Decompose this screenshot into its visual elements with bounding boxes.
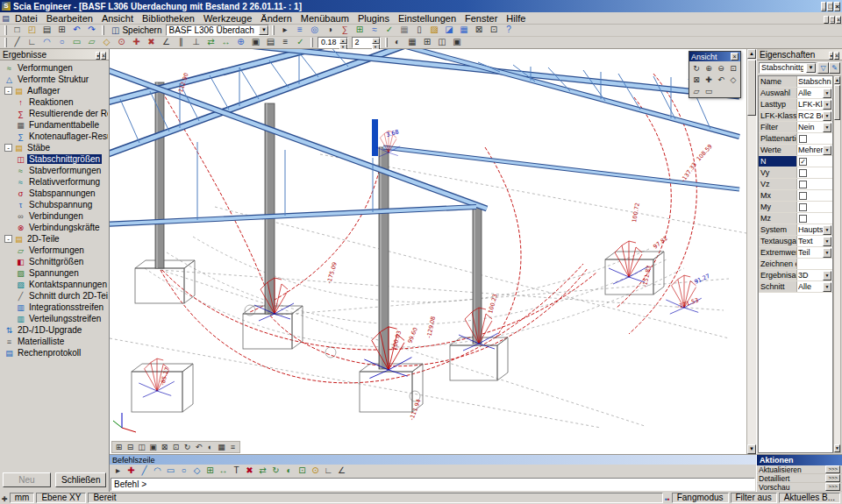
scroll-down-icon[interactable]: ▼: [834, 444, 840, 452]
menu-hilfe[interactable]: Hilfe: [502, 13, 530, 24]
menu-einstellungen[interactable]: Einstellungen: [394, 13, 460, 24]
selection-icon[interactable]: ▸: [277, 25, 292, 36]
close-panel-icon[interactable]: ×: [834, 52, 839, 60]
zoom-all-icon[interactable]: ⊠: [471, 25, 486, 36]
solid-view-icon[interactable]: ◫: [136, 442, 147, 453]
property-row-vz[interactable]: Vz: [759, 179, 832, 190]
mdi-close-button[interactable]: ×: [836, 16, 841, 24]
move-tool-icon[interactable]: ⇄: [203, 37, 218, 48]
scrollbar-thumb[interactable]: [834, 85, 840, 120]
property-row-lasttyp[interactable]: LasttypLFK-Klasse▼: [759, 99, 832, 110]
delete-icon[interactable]: ✖: [243, 465, 256, 477]
property-value[interactable]: Hauptsystem▼: [797, 224, 832, 235]
labels-toggle-icon[interactable]: ▣: [450, 37, 465, 48]
check-input-icon[interactable]: ✓: [293, 37, 308, 48]
pan-icon[interactable]: ✚: [703, 74, 715, 85]
property-value[interactable]: Text▼: [797, 236, 832, 246]
tree-item-verteilungsstreifen[interactable]: ▥Verteilungsstreifen: [2, 313, 108, 324]
property-label[interactable]: N: [759, 156, 797, 167]
toolbar-grip[interactable]: [272, 25, 275, 35]
checkbox-unchecked-icon[interactable]: [799, 215, 807, 223]
angle-tool-icon[interactable]: ∠: [159, 37, 174, 48]
property-row-vy[interactable]: Vy: [759, 167, 832, 179]
property-value[interactable]: ✓: [797, 156, 832, 167]
tree-item-relativverformung[interactable]: ≈Relativverformung: [2, 176, 108, 188]
property-row-auswahl[interactable]: AuswahlAlle▼: [759, 88, 832, 99]
chevron-down-icon[interactable]: ▼: [823, 146, 831, 155]
wireframe-icon[interactable]: ⊞: [113, 442, 125, 453]
property-row-mz[interactable]: Mz: [759, 213, 832, 224]
view-palette[interactable]: Ansicht × ↻⊕⊖⊡⊠✚↶◇▱▭: [689, 51, 741, 98]
layer-indicator-icon[interactable]: ▪: [667, 495, 670, 503]
measure-icon[interactable]: ∠: [335, 465, 348, 477]
chevron-down-icon[interactable]: ▼: [259, 25, 268, 35]
property-label[interactable]: Extremwerte: [759, 247, 797, 258]
property-value[interactable]: [797, 259, 832, 269]
property-label[interactable]: Auswahl: [759, 88, 797, 98]
toolbar-grip[interactable]: [310, 38, 313, 47]
checkbox-unchecked-icon[interactable]: [799, 135, 807, 143]
property-label[interactable]: LFK-Klasse: [759, 110, 797, 121]
checkbox-unchecked-icon[interactable]: [799, 169, 807, 177]
property-value[interactable]: Nein▼: [797, 122, 832, 132]
property-label[interactable]: Vy: [759, 167, 797, 178]
action-execute-button[interactable]: >>>: [825, 465, 840, 473]
scroll-up-icon[interactable]: ▲: [834, 76, 840, 84]
line-tool-icon[interactable]: ╱: [10, 37, 25, 48]
pin-icon[interactable]: ▪: [829, 52, 832, 60]
property-row-n[interactable]: N✓: [759, 156, 832, 167]
command-panel-title[interactable]: Befehlszeile: [110, 455, 756, 465]
action-execute-button[interactable]: >>>: [825, 474, 840, 482]
property-label[interactable]: Schnitt: [759, 281, 797, 292]
properties-panel-caption[interactable]: Eigenschaften ▪×: [757, 49, 842, 60]
mesh-icon[interactable]: ⊞: [352, 25, 367, 36]
status-cell-aktuelles-b[interactable]: Aktuelles B...: [779, 493, 840, 503]
scale-spinner[interactable]: 0.18 ▲▼: [318, 37, 348, 48]
concrete-icon[interactable]: ▦: [396, 25, 411, 36]
tree-item-verformungen[interactable]: ▱Verformungen: [2, 245, 108, 256]
property-value[interactable]: 3D▼: [797, 270, 832, 280]
activity-icon[interactable]: ◎: [307, 25, 322, 36]
property-row-zeichnen-ein[interactable]: Zeichnen ein...: [759, 259, 832, 270]
tree-item-spannungen[interactable]: ▨Spannungen: [2, 267, 108, 279]
tree-item-materialliste[interactable]: ≡Materialliste: [2, 336, 108, 347]
property-label[interactable]: Werte: [759, 145, 797, 155]
perspective-icon[interactable]: ◇: [727, 74, 739, 85]
insert-tool-icon[interactable]: ⊕: [233, 37, 248, 48]
checkbox-checked-icon[interactable]: ✓: [799, 158, 807, 166]
line-icon[interactable]: ╱: [138, 465, 151, 477]
properties-combo[interactable]: Stabschnittgrö ▼: [759, 62, 817, 74]
property-row-textausgabe[interactable]: TextausgabeText▼: [759, 236, 832, 247]
properties-scrollbar[interactable]: ▲ ▼: [833, 75, 841, 453]
property-filter-icon[interactable]: ▽: [817, 62, 829, 74]
property-value[interactable]: [797, 202, 832, 212]
move-icon[interactable]: ⇄: [256, 465, 269, 477]
menu-andern[interactable]: Ändern: [256, 13, 296, 24]
collapse-icon[interactable]: -: [4, 87, 12, 95]
property-value[interactable]: [797, 190, 832, 201]
zoom-all-icon[interactable]: ⊠: [690, 74, 703, 85]
model-viewport[interactable]: -112.903.6890.31108.59-137.33100.7297.82…: [110, 49, 746, 454]
menu-bibliotheken[interactable]: Bibliotheken: [138, 13, 199, 24]
help-icon[interactable]: ?: [501, 25, 516, 36]
tree-item-stabspannungen[interactable]: σStabspannungen: [2, 188, 108, 199]
property-row-my[interactable]: My: [759, 202, 832, 213]
zoom-out-icon[interactable]: ⊖: [715, 62, 727, 74]
property-label[interactable]: Vz: [759, 179, 797, 189]
solid-mode-icon[interactable]: ◫: [435, 37, 450, 48]
dimension-icon[interactable]: ↔: [217, 465, 230, 477]
wall-tool-icon[interactable]: ▱: [84, 37, 99, 48]
open-project-icon[interactable]: ◰: [25, 25, 39, 36]
tree-item-auflager[interactable]: -▤Auflager: [2, 85, 108, 96]
property-row-plattenartiger[interactable]: Plattenartiger...: [759, 133, 832, 145]
circle-icon[interactable]: ○: [177, 465, 190, 477]
print-icon[interactable]: ▤: [39, 25, 54, 36]
tree-item-verformungen[interactable]: ≈Verformungen: [2, 62, 108, 74]
toolbar-grip[interactable]: [102, 25, 104, 35]
render-mode-icon[interactable]: ▣: [248, 37, 263, 48]
list-view-icon[interactable]: ≡: [278, 37, 293, 48]
new-project-icon[interactable]: □: [10, 25, 25, 36]
text-icon[interactable]: T: [230, 465, 243, 477]
node-tool-icon[interactable]: ⊙: [114, 37, 129, 48]
gallery-icon[interactable]: ▨: [426, 25, 441, 36]
